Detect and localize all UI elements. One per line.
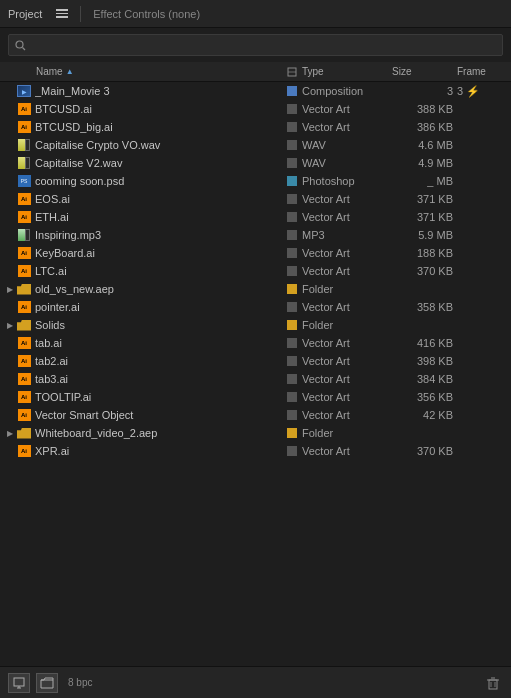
table-row[interactable]: Ai LTC.ai Vector Art 370 KB (0, 262, 511, 280)
table-row[interactable]: PS cooming soon.psd Photoshop _ MB (0, 172, 511, 190)
file-name: Capitalise Crypto VO.wav (35, 139, 282, 151)
file-type: Vector Art (302, 247, 392, 259)
file-icon: Ai (16, 354, 32, 368)
table-row[interactable]: Ai KeyBoard.ai Vector Art 188 KB (0, 244, 511, 262)
file-type: Composition (302, 85, 392, 97)
file-icon: Ai (16, 372, 32, 386)
file-name: cooming soon.psd (35, 175, 282, 187)
trash-button[interactable] (483, 673, 503, 693)
table-row[interactable]: Ai tab.ai Vector Art 416 KB (0, 334, 511, 352)
file-size: 356 KB (392, 391, 457, 403)
row-expand[interactable]: ▶ (4, 321, 16, 330)
file-name: EOS.ai (35, 193, 282, 205)
svg-point-0 (16, 41, 23, 48)
file-name: Solids (35, 319, 282, 331)
file-name: tab3.ai (35, 373, 282, 385)
svg-line-1 (23, 47, 26, 50)
file-icon (16, 228, 32, 242)
file-icon: Ai (16, 264, 32, 278)
file-icon: ▶ (16, 84, 32, 98)
table-header: Name ▲ Type Size Frame (0, 62, 511, 82)
label-color-box (282, 428, 302, 438)
table-row[interactable]: Ai tab3.ai Vector Art 384 KB (0, 370, 511, 388)
table-row[interactable]: ▶ Solids Folder (0, 316, 511, 334)
folder-btn-icon (40, 677, 54, 689)
table-row[interactable]: Ai XPR.ai Vector Art 370 KB (0, 442, 511, 460)
label-color-box (282, 320, 302, 330)
label-color-box (282, 446, 302, 456)
file-type: WAV (302, 157, 392, 169)
table-row[interactable]: Ai TOOLTIP.ai Vector Art 356 KB (0, 388, 511, 406)
svg-rect-4 (14, 678, 24, 686)
file-icon (16, 282, 32, 296)
file-size: 188 KB (392, 247, 457, 259)
file-name: tab2.ai (35, 355, 282, 367)
file-name: Vector Smart Object (35, 409, 282, 421)
table-row[interactable]: Capitalise Crypto VO.wav WAV 4.6 MB (0, 136, 511, 154)
menu-icon[interactable] (56, 9, 68, 18)
label-color-box (282, 374, 302, 384)
tab-project[interactable]: Project (8, 4, 42, 24)
file-name: LTC.ai (35, 265, 282, 277)
file-icon: Ai (16, 444, 32, 458)
label-color-box (282, 284, 302, 294)
label-color-box (282, 86, 302, 96)
table-row[interactable]: Ai ETH.ai Vector Art 371 KB (0, 208, 511, 226)
file-name: old_vs_new.aep (35, 283, 282, 295)
table-row[interactable]: ▶ _Main_Movie 3 Composition 3 3 ⚡ (0, 82, 511, 100)
table-row[interactable]: Ai pointer.ai Vector Art 358 KB (0, 298, 511, 316)
label-color-box (282, 410, 302, 420)
file-name: pointer.ai (35, 301, 282, 313)
search-input[interactable] (30, 39, 496, 51)
file-icon (16, 156, 32, 170)
tab-effect-controls[interactable]: Effect Controls (none) (93, 8, 200, 20)
table-row[interactable]: Inspiring.mp3 MP3 5.9 MB (0, 226, 511, 244)
table-row[interactable]: Ai EOS.ai Vector Art 371 KB (0, 190, 511, 208)
file-type: Folder (302, 283, 392, 295)
table-row[interactable]: ▶ old_vs_new.aep Folder (0, 280, 511, 298)
file-icon (16, 426, 32, 440)
file-size: 388 KB (392, 103, 457, 115)
col-type-header[interactable]: Type (302, 66, 392, 77)
table-row[interactable]: Ai BTCUSD.ai Vector Art 388 KB (0, 100, 511, 118)
file-size: 386 KB (392, 121, 457, 133)
file-type: Vector Art (302, 445, 392, 457)
row-expand[interactable]: ▶ (4, 429, 16, 438)
file-type: Vector Art (302, 193, 392, 205)
col-name-header[interactable]: Name ▲ (16, 66, 282, 77)
new-item-button[interactable] (8, 673, 30, 693)
file-size: 4.9 MB (392, 157, 457, 169)
label-color-box (282, 230, 302, 240)
file-size: 398 KB (392, 355, 457, 367)
col-frame-header[interactable]: Frame (457, 66, 507, 77)
file-type: Vector Art (302, 265, 392, 277)
file-icon: Ai (16, 120, 32, 134)
table-row[interactable]: Ai Vector Smart Object Vector Art 42 KB (0, 406, 511, 424)
label-color-box (282, 302, 302, 312)
file-icon: PS (16, 174, 32, 188)
file-type: Vector Art (302, 355, 392, 367)
file-size: _ MB (392, 175, 457, 187)
table-row[interactable]: ▶ Whiteboard_video_2.aep Folder (0, 424, 511, 442)
table-row[interactable]: Ai BTCUSD_big.ai Vector Art 386 KB (0, 118, 511, 136)
label-color-box (282, 338, 302, 348)
col-size-header[interactable]: Size (392, 66, 457, 77)
file-icon: Ai (16, 390, 32, 404)
table-row[interactable]: Capitalise V2.wav WAV 4.9 MB (0, 154, 511, 172)
sort-arrow: ▲ (66, 67, 74, 76)
file-frames: 3 ⚡ (457, 85, 507, 98)
file-type: Photoshop (302, 175, 392, 187)
folder-button[interactable] (36, 673, 58, 693)
file-type: WAV (302, 139, 392, 151)
label-color-box (282, 122, 302, 132)
file-icon: Ai (16, 210, 32, 224)
file-size: 358 KB (392, 301, 457, 313)
file-type: Vector Art (302, 409, 392, 421)
file-name: _Main_Movie 3 (35, 85, 282, 97)
file-name: ETH.ai (35, 211, 282, 223)
file-name: BTCUSD_big.ai (35, 121, 282, 133)
row-expand[interactable]: ▶ (4, 285, 16, 294)
file-icon: Ai (16, 102, 32, 116)
file-type: Vector Art (302, 121, 392, 133)
table-row[interactable]: Ai tab2.ai Vector Art 398 KB (0, 352, 511, 370)
